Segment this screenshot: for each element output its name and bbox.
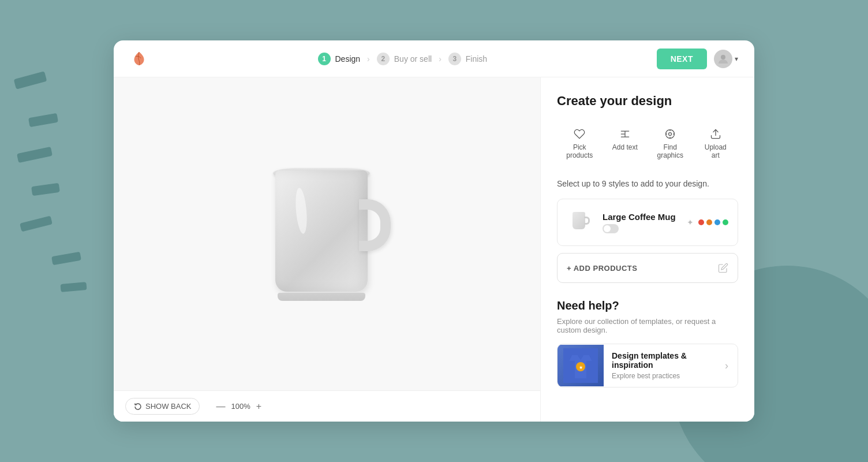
add-colors-icon: ✦ <box>687 218 694 227</box>
mug-handle <box>359 199 391 251</box>
mug-body <box>275 170 368 292</box>
canvas-panel: SHOW BACK — 100% + <box>114 77 541 422</box>
upload-art-icon <box>710 128 721 140</box>
edit-icon <box>718 263 728 273</box>
zoom-level: 100% <box>231 402 250 411</box>
mug-shine <box>294 187 308 234</box>
body: SHOW BACK — 100% + Create your design Pi… <box>114 77 754 422</box>
template-name: Design templates & inspiration <box>612 351 708 370</box>
step-1-label: Design <box>335 54 361 64</box>
product-name: Large Coffee Mug <box>603 212 679 222</box>
step-1-number: 1 <box>318 53 331 65</box>
step-divider-2: › <box>439 54 442 64</box>
step-3-label: Finish <box>466 54 487 64</box>
header-right: NEXT ▾ <box>657 49 738 69</box>
color-dot-orange <box>706 219 712 225</box>
pick-products-label: Pick products <box>566 143 593 159</box>
need-help-title: Need help? <box>557 299 738 312</box>
svg-text:★: ★ <box>579 365 583 370</box>
next-button[interactable]: NEXT <box>657 49 707 69</box>
step-design[interactable]: 1 Design <box>318 53 361 65</box>
right-panel: Create your design Pick products Add tex… <box>541 77 754 422</box>
product-card[interactable]: Large Coffee Mug ✦ <box>557 199 738 246</box>
step-2-label: Buy or sell <box>394 54 432 64</box>
mini-mug-icon <box>571 212 590 233</box>
template-chevron-icon: › <box>716 360 738 372</box>
zoom-controls: — 100% + <box>216 401 261 412</box>
add-text-label: Add text <box>612 143 638 151</box>
step-3-number: 3 <box>448 53 461 65</box>
zoom-in-button[interactable]: + <box>256 401 261 412</box>
find-graphics-label: Find graphics <box>657 143 684 159</box>
template-card[interactable]: ★ Design templates & inspiration Explore… <box>557 344 738 388</box>
pick-products-icon <box>574 128 585 140</box>
template-thumbnail: ★ <box>558 345 604 386</box>
panel-title: Create your design <box>557 94 738 109</box>
color-dot-blue <box>714 219 720 225</box>
avatar <box>714 50 732 68</box>
user-menu[interactable]: ▾ <box>714 50 738 68</box>
svg-point-2 <box>669 133 672 136</box>
template-info: Design templates & inspiration Explore b… <box>604 344 716 387</box>
zoom-out-button[interactable]: — <box>216 401 225 412</box>
product-info: Large Coffee Mug <box>603 212 679 233</box>
step-2-number: 2 <box>377 53 390 65</box>
canvas-toolbar: SHOW BACK — 100% + <box>114 390 540 422</box>
mini-mug-handle <box>584 217 590 225</box>
steps-nav: 1 Design › 2 Buy or sell › 3 Finish <box>318 53 488 65</box>
main-card: 1 Design › 2 Buy or sell › 3 Finish NEXT <box>114 40 754 422</box>
avatar-chevron-icon: ▾ <box>735 55 738 63</box>
product-thumbnail <box>567 208 594 236</box>
mug-base <box>278 293 365 301</box>
step-finish[interactable]: 3 Finish <box>448 53 487 65</box>
find-graphics-icon <box>664 128 676 140</box>
step-divider-1: › <box>367 54 370 64</box>
need-help-description: Explore our collection of templates, or … <box>557 317 738 334</box>
find-graphics-button[interactable]: Find graphics <box>648 122 693 165</box>
product-preview <box>114 77 540 390</box>
add-products-button[interactable]: + ADD PRODUCTS <box>557 253 738 283</box>
product-colors: ✦ <box>687 218 728 227</box>
rotate-icon <box>134 403 142 411</box>
header: 1 Design › 2 Buy or sell › 3 Finish NEXT <box>114 40 754 77</box>
svg-point-0 <box>721 55 725 59</box>
color-dot-red <box>698 219 704 225</box>
add-text-icon <box>619 128 631 140</box>
mug-image <box>264 165 391 303</box>
product-toggle[interactable] <box>603 224 619 233</box>
select-info-text: Select up to 9 styles to add to your des… <box>557 179 738 188</box>
pick-products-button[interactable]: Pick products <box>557 122 603 165</box>
template-thumbnail-image: ★ <box>563 348 598 383</box>
upload-art-label: Upload art <box>702 143 729 159</box>
color-dot-green <box>723 219 728 225</box>
template-subtitle: Explore best practices <box>612 372 708 380</box>
upload-art-button[interactable]: Upload art <box>693 122 739 165</box>
show-back-button[interactable]: SHOW BACK <box>125 398 200 415</box>
add-products-label: + ADD PRODUCTS <box>567 264 637 273</box>
show-back-label: SHOW BACK <box>145 402 191 411</box>
tool-buttons: Pick products Add text <box>557 122 738 165</box>
add-text-button[interactable]: Add text <box>603 122 648 165</box>
step-buy-sell[interactable]: 2 Buy or sell <box>377 53 432 65</box>
mini-mug-body <box>573 212 585 229</box>
logo[interactable] <box>130 50 148 68</box>
